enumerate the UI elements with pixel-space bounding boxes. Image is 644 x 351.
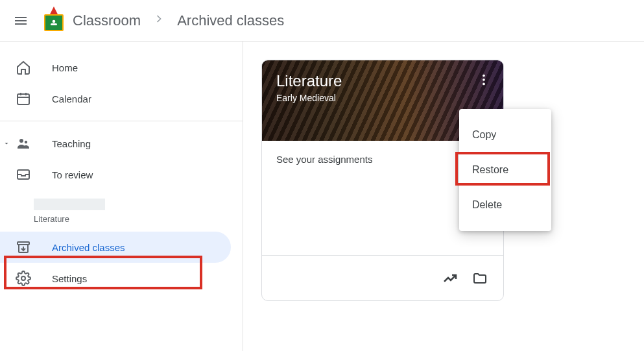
sidebar: Home Calendar Teaching To review — [0, 42, 243, 351]
svg-point-15 — [483, 79, 485, 81]
classroom-logo — [44, 10, 65, 31]
menu-item-delete[interactable]: Delete — [459, 189, 551, 221]
card-context-menu: Copy Restore Delete — [459, 109, 551, 231]
more-vert-icon — [477, 73, 491, 87]
home-icon — [16, 60, 31, 75]
svg-point-14 — [483, 75, 485, 77]
sidebar-item-teaching[interactable]: Teaching — [0, 128, 231, 159]
inbox-icon — [16, 167, 31, 182]
trending-icon[interactable] — [442, 271, 458, 286]
menu-item-copy[interactable]: Copy — [459, 119, 551, 151]
breadcrumb: Classroom Archived classes — [73, 12, 284, 29]
folder-icon[interactable] — [472, 271, 488, 286]
sidebar-item-archived-classes[interactable]: Archived classes — [0, 232, 231, 263]
svg-rect-1 — [51, 23, 57, 25]
menu-item-restore[interactable]: Restore — [459, 154, 551, 186]
sidebar-item-label: Settings — [52, 273, 87, 284]
sidebar-item-calendar[interactable]: Calendar — [0, 83, 231, 114]
gear-icon — [16, 271, 31, 286]
card-actions — [262, 255, 503, 300]
sidebar-item-label: Home — [52, 62, 78, 73]
assignments-link[interactable]: See your assignments — [276, 154, 372, 165]
app-header: Classroom Archived classes — [0, 0, 644, 42]
main-content: Literature Early Medieval See your assig… — [243, 42, 644, 351]
menu-item-label: Copy — [472, 129, 496, 140]
chevron-down-icon — [3, 138, 10, 149]
class-title-redacted — [34, 199, 105, 210]
class-color-swatch — [16, 206, 34, 217]
people-icon — [16, 136, 31, 151]
sidebar-item-label: Calendar — [52, 93, 91, 104]
sidebar-item-to-review[interactable]: To review — [0, 159, 231, 190]
sidebar-item-class[interactable]: Literature — [0, 190, 231, 232]
sidebar-item-label: To review — [52, 169, 93, 180]
svg-point-6 — [19, 139, 23, 143]
card-more-button[interactable] — [473, 69, 494, 90]
archive-icon — [16, 239, 31, 255]
sidebar-item-label: Teaching — [52, 138, 91, 149]
breadcrumb-root[interactable]: Classroom — [73, 12, 141, 29]
sidebar-item-label: Archived classes — [52, 242, 125, 253]
svg-point-7 — [25, 141, 27, 143]
menu-item-label: Delete — [472, 199, 502, 210]
svg-point-16 — [483, 83, 485, 86]
class-subtitle: Literature — [34, 214, 105, 224]
hamburger-menu-button[interactable] — [5, 5, 36, 36]
sidebar-item-home[interactable]: Home — [0, 52, 231, 83]
person-icon — [49, 19, 59, 27]
hamburger-icon — [13, 13, 29, 29]
svg-rect-2 — [18, 94, 29, 104]
calendar-icon — [16, 91, 31, 106]
card-title[interactable]: Literature — [276, 72, 489, 90]
breadcrumb-current: Archived classes — [177, 12, 284, 29]
menu-item-label: Restore — [472, 164, 508, 175]
chevron-right-icon — [152, 12, 165, 29]
sidebar-item-settings[interactable]: Settings — [0, 263, 231, 294]
card-subtitle: Early Medieval — [276, 93, 489, 103]
sidebar-divider — [0, 121, 243, 121]
svg-point-0 — [53, 19, 56, 23]
svg-point-13 — [21, 276, 25, 280]
